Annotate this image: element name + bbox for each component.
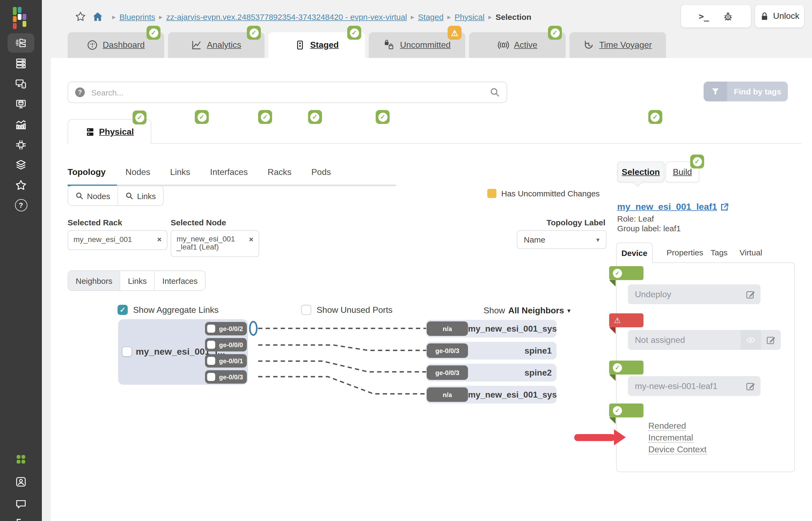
search-help-icon[interactable]: ? <box>75 88 85 97</box>
sidebar-item-user[interactable] <box>7 472 35 492</box>
checkbox-empty-icon[interactable] <box>301 305 311 315</box>
device-link[interactable]: my_new_esi_001_leaf1 <box>617 202 717 212</box>
query-links-button[interactable]: Links <box>118 186 163 205</box>
search-input[interactable] <box>90 87 484 97</box>
neighbor-row[interactable]: n/a my_new_esi_001_sys... <box>426 320 557 338</box>
sidebar-item-chat[interactable] <box>7 495 35 514</box>
physical-status-badge: ✓ <box>133 111 146 124</box>
neighbor-label: spine2 <box>468 368 557 378</box>
port-checkbox[interactable] <box>207 373 215 381</box>
device-role: Role: Leaf <box>617 214 654 223</box>
policies-status-badge: ✓ <box>258 110 272 124</box>
neighbor-row[interactable]: ge-0/0/3 spine2 <box>426 364 557 382</box>
topology-label-dropdown[interactable]: Name ▾ <box>517 230 606 249</box>
subnav-nodes[interactable]: Nodes <box>126 167 151 177</box>
port-ge-0-0-0[interactable]: ge-0/0/0 <box>205 338 247 352</box>
detail-tab-device[interactable]: Device <box>616 243 653 263</box>
sidebar-item-layers[interactable] <box>7 155 35 174</box>
tab-staged[interactable]: Staged ✓ <box>268 32 365 58</box>
find-by-tags-button[interactable]: Find by tags <box>704 82 788 101</box>
breadcrumb-blueprints[interactable]: Blueprints <box>119 12 155 21</box>
subnav-racks[interactable]: Racks <box>268 167 291 177</box>
detail-tab-tags[interactable]: Tags <box>710 248 727 257</box>
home-icon[interactable] <box>92 11 103 22</box>
sidebar-item-managed-devices[interactable] <box>7 74 35 93</box>
neighbors-filter-dropdown[interactable]: Show All Neighbors ▾ <box>483 306 570 316</box>
sidebar-item-blueprints[interactable] <box>7 33 35 52</box>
sidebar-item-help[interactable]: ? <box>7 195 35 214</box>
breadcrumb-separator: ▸ <box>159 13 162 21</box>
sidebar-item-design[interactable] <box>7 94 35 114</box>
tab-dashboard[interactable]: Dashboard ✓ <box>68 32 164 58</box>
edit-icon[interactable] <box>745 381 755 391</box>
port-checkbox[interactable] <box>207 341 215 349</box>
breadcrumb-separator: ▸ <box>112 13 116 21</box>
subnav-topology[interactable]: Topology <box>68 167 106 177</box>
view-neighbors-button[interactable]: Neighbors <box>68 271 120 290</box>
show-unused-ports-toggle[interactable]: Show Unused Ports <box>301 305 392 315</box>
hostname-status-ribbon: ✓ <box>609 361 644 375</box>
apps-grid-icon <box>15 453 27 465</box>
view-interfaces-button[interactable]: Interfaces <box>154 271 205 290</box>
config-status-ribbon: ✓ <box>609 404 644 417</box>
unlock-label: Unlock <box>773 11 799 21</box>
sidebar-item-devices[interactable] <box>7 54 35 73</box>
subnav-interfaces[interactable]: Interfaces <box>210 167 248 177</box>
port-ge-0-0-3[interactable]: ge-0/0/3 <box>205 370 247 384</box>
subnav-links[interactable]: Links <box>170 167 190 177</box>
remove-node-icon[interactable]: × <box>249 235 253 244</box>
tab-physical[interactable]: Physical ✓ <box>68 119 151 144</box>
tab-active-label: Active <box>514 40 537 50</box>
port-ge-0-0-1[interactable]: ge-0/0/1 <box>205 354 247 367</box>
check-icon: ✓ <box>613 406 622 415</box>
sidebar-item-favorites[interactable] <box>7 176 35 195</box>
tab-analytics[interactable]: Analytics ✓ <box>168 32 265 58</box>
breadcrumb: ▸ Blueprints ▸ zz-ajarvis-evpn.vex.24853… <box>75 10 531 24</box>
detail-tab-properties[interactable]: Properties <box>667 248 703 257</box>
aggregate-link-indicator[interactable] <box>249 321 257 336</box>
external-link-icon[interactable] <box>720 203 729 211</box>
view-neighbors-label: Neighbors <box>76 276 112 285</box>
port-ge-0-0-2[interactable]: ge-0/0/2 <box>205 322 247 335</box>
selected-rack-tag[interactable]: my_new_esi_001 × <box>68 230 167 250</box>
config-incremental-link[interactable]: Incremental <box>648 433 693 443</box>
unlock-button[interactable]: Unlock <box>754 4 805 28</box>
sidebar-item-resources[interactable] <box>7 135 35 155</box>
view-links-button[interactable]: Links <box>120 271 154 290</box>
tab-active[interactable]: Active ✓ <box>469 32 566 58</box>
star-icon[interactable] <box>75 11 86 22</box>
neighbor-row[interactable]: n/a my_new_esi_001_sys... <box>426 386 557 404</box>
tab-time-voyager-label: Time Voyager <box>599 40 652 50</box>
sidebar-item-analytics[interactable] <box>7 115 35 134</box>
panel-tab-selection[interactable]: Selection <box>617 161 664 182</box>
checkbox-checked-icon[interactable]: ✓ <box>117 305 128 315</box>
terminal-icon[interactable]: >_ <box>699 11 709 21</box>
neighbor-row[interactable]: ge-0/0/3 spine1 <box>426 342 557 360</box>
config-device-context-link[interactable]: Device Context <box>648 445 706 454</box>
search-icon[interactable] <box>490 88 500 97</box>
chevron-down-icon: ▾ <box>567 307 570 314</box>
port-checkbox[interactable] <box>207 357 215 365</box>
remove-rack-icon[interactable]: × <box>157 235 161 244</box>
port-checkbox[interactable] <box>207 325 215 333</box>
edit-icon[interactable] <box>766 335 776 345</box>
source-node-checkbox[interactable] <box>122 347 132 356</box>
filter-icon <box>704 82 727 101</box>
tab-uncommitted[interactable]: Uncommitted ⚠ <box>369 32 465 58</box>
breadcrumb-physical[interactable]: Physical <box>455 12 484 21</box>
query-nodes-button[interactable]: Nodes <box>68 186 118 205</box>
selected-node-tag[interactable]: my_new_esi_001_leaf1 (Leaf) × <box>171 230 259 257</box>
tab-time-voyager[interactable]: Time Voyager <box>569 32 666 58</box>
subnav-pods[interactable]: Pods <box>311 167 331 177</box>
bug-icon[interactable] <box>723 11 733 21</box>
show-aggregate-links-toggle[interactable]: ✓ Show Aggregate Links <box>117 305 219 315</box>
edit-icon[interactable] <box>745 289 755 299</box>
breadcrumb-staged[interactable]: Staged <box>418 12 444 21</box>
detail-tab-virtual[interactable]: Virtual <box>740 248 762 257</box>
view-links-label: Links <box>128 276 147 285</box>
sidebar-item-apps[interactable] <box>7 450 35 469</box>
config-rendered-link[interactable]: Rendered <box>648 422 686 431</box>
sidebar-item-logout[interactable] <box>7 514 35 521</box>
breadcrumb-blueprint-name[interactable]: zz-ajarvis-evpn.vex.2485377892354-374324… <box>166 12 407 21</box>
eye-icon[interactable] <box>741 330 761 350</box>
